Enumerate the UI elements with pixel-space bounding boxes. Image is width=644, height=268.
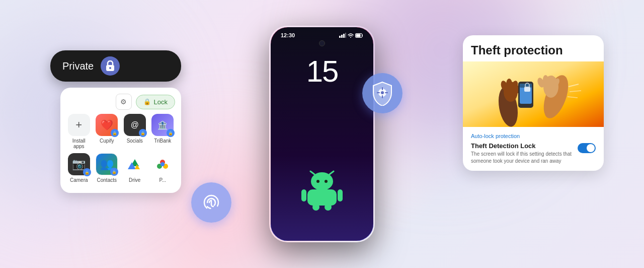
fingerprint-bubble[interactable] — [191, 182, 231, 223]
photos-icon — [151, 153, 174, 175]
theft-illustration — [463, 61, 604, 127]
status-icons — [339, 33, 363, 38]
contacts-icon: 👥 🔒 — [96, 153, 118, 175]
detection-row: Theft Detection Lock The screen will loc… — [471, 142, 596, 165]
phone: 12:30 — [269, 26, 375, 242]
app-row-2: 📷 🔒 Camera 👥 🔒 Contacts — [66, 153, 175, 183]
phone-camera — [319, 40, 325, 46]
lock-circle — [101, 56, 120, 76]
lock-btn-label: Lock — [154, 98, 168, 106]
install-apps-label: Install apps — [66, 138, 92, 149]
detection-text: Theft Detection Lock The screen will loc… — [471, 142, 574, 165]
svg-rect-24 — [338, 189, 343, 202]
install-apps-icon: + — [68, 114, 90, 136]
battery-icon — [355, 33, 363, 38]
svg-point-28 — [381, 91, 384, 94]
svg-rect-16 — [356, 34, 361, 37]
detection-title: Theft Detection Lock — [471, 142, 574, 150]
camera-label: Camera — [70, 177, 88, 183]
theft-card-footer: Auto-lock protection Theft Detection Loc… — [463, 127, 604, 171]
svg-point-19 — [311, 172, 333, 190]
svg-rect-25 — [312, 204, 319, 211]
fingerprint-icon — [200, 191, 222, 214]
svg-point-14 — [350, 37, 351, 38]
gear-button[interactable]: ⚙ — [116, 94, 132, 110]
socials-icon: @ 🔒 — [124, 114, 146, 136]
svg-point-20 — [316, 180, 319, 183]
app-item-drive[interactable]: Drive — [122, 153, 147, 183]
app-item-cupify[interactable]: ❤️ 🔒 Cupify — [95, 114, 120, 149]
lock-icon — [105, 60, 115, 72]
svg-point-9 — [160, 162, 165, 166]
svg-rect-22 — [307, 189, 337, 206]
camera-badge: 🔒 — [83, 168, 91, 176]
app-grid-card: ⚙ 🔒 Lock + Install apps ❤️ 🔒 Cupify — [60, 88, 181, 193]
app-grid-header: ⚙ 🔒 Lock — [66, 94, 175, 110]
svg-rect-23 — [301, 189, 306, 202]
phone-clock: 15 — [271, 56, 373, 87]
svg-point-33 — [506, 79, 512, 90]
svg-rect-11 — [341, 35, 343, 38]
shield-bubble[interactable] — [362, 73, 403, 113]
theft-detection-toggle[interactable] — [578, 143, 596, 153]
contacts-badge: 🔒 — [110, 168, 118, 176]
contacts-label: Contacts — [97, 177, 117, 183]
phone-screen: 12:30 — [271, 27, 373, 241]
svg-rect-12 — [343, 34, 345, 38]
detection-desc: The screen will lock if this setting det… — [471, 151, 574, 165]
drive-icon — [124, 153, 146, 175]
app-item-tribank[interactable]: 🏦 🔒 TriBank — [150, 114, 176, 149]
svg-point-21 — [325, 180, 328, 183]
cupify-label: Cupify — [100, 138, 114, 144]
app-item-contacts[interactable]: 👥 🔒 Contacts — [95, 153, 120, 183]
app-item-install[interactable]: + Install apps — [66, 114, 92, 149]
private-pill[interactable]: Private — [50, 50, 181, 82]
svg-rect-45 — [524, 87, 530, 92]
auto-lock-label: Auto-lock protection — [471, 133, 596, 139]
tribank-icon: 🏦 🔒 — [151, 114, 174, 136]
shield-icon — [371, 81, 393, 106]
app-item-socials[interactable]: @ 🔒 Socials — [122, 114, 147, 149]
theft-card-image — [463, 61, 604, 127]
cupify-icon: ❤️ 🔒 — [96, 114, 118, 136]
svg-rect-26 — [325, 204, 332, 211]
phone-status-bar: 12:30 — [271, 27, 373, 38]
signal-icon — [339, 33, 346, 38]
theft-protection-card: Theft protection — [463, 35, 604, 171]
tribank-badge: 🔒 — [167, 129, 175, 137]
app-row-1: + Install apps ❤️ 🔒 Cupify @ 🔒 Socials — [66, 114, 175, 149]
svg-line-17 — [310, 171, 314, 174]
svg-rect-10 — [339, 36, 341, 38]
lock-icon-blue: 🔒 — [143, 98, 151, 105]
wifi-icon — [348, 33, 354, 38]
photos-label: P... — [159, 177, 166, 183]
private-card: Private ⚙ 🔒 Lock + Install apps — [50, 50, 181, 193]
drive-label: Drive — [129, 177, 140, 183]
private-label: Private — [62, 60, 94, 72]
phone-time: 12:30 — [281, 32, 295, 38]
theft-card-title: Theft protection — [463, 35, 604, 61]
lock-button[interactable]: 🔒 Lock — [136, 95, 175, 109]
cupify-badge: 🔒 — [111, 129, 119, 137]
svg-rect-13 — [345, 33, 346, 38]
tribank-label: TriBank — [154, 138, 171, 144]
android-robot — [299, 170, 345, 211]
camera-icon: 📷 🔒 — [68, 153, 90, 175]
app-item-camera[interactable]: 📷 🔒 Camera — [66, 153, 92, 183]
svg-line-18 — [330, 171, 334, 174]
socials-label: Socials — [127, 138, 143, 144]
app-item-photos[interactable]: P... — [150, 153, 176, 183]
svg-point-1 — [109, 67, 111, 69]
socials-badge: 🔒 — [139, 129, 147, 137]
